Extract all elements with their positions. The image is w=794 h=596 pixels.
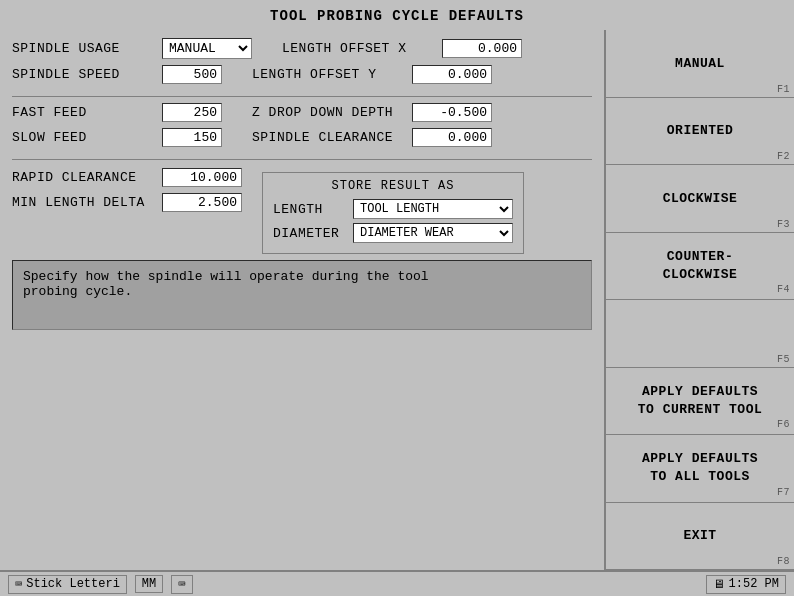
right-panel: MANUAL F1 ORIENTED F2 CLOCKWISE F3 COUNT…	[604, 30, 794, 570]
btn-clockwise[interactable]: CLOCKWISE F3	[606, 165, 794, 233]
length-offset-x-label: LENGTH OFFSET X	[282, 41, 442, 56]
help-area: Specify how the spindle will operate dur…	[12, 260, 592, 330]
rapid-clearance-row: RAPID CLEARANCE	[12, 168, 242, 187]
slow-feed-label: SLOW FEED	[12, 130, 162, 145]
monitor-icon: 🖥	[713, 577, 725, 592]
keyboard-segment-2: ⌨	[171, 575, 192, 594]
btn-clockwise-label: CLOCKWISE	[663, 191, 738, 206]
btn-exit-fn: F8	[777, 556, 790, 567]
spindle-usage-label: SPINDLE USAGE	[12, 41, 162, 56]
btn-clockwise-fn: F3	[777, 219, 790, 230]
fast-feed-label: FAST FEED	[12, 105, 162, 120]
z-drop-down-depth-label: Z DROP DOWN DEPTH	[252, 105, 412, 120]
min-length-delta-row: MIN LENGTH DELTA	[12, 193, 242, 212]
store-result-title: STORE RESULT AS	[273, 179, 513, 193]
btn-oriented[interactable]: ORIENTED F2	[606, 98, 794, 166]
divider-2	[12, 159, 592, 160]
btn-apply-all[interactable]: APPLY DEFAULTSTO ALL TOOLS F7	[606, 435, 794, 503]
status-bar: ⌨ Stick Letteri MM ⌨ 🖥 1:52 PM	[0, 570, 794, 596]
diameter-store-label: DIAMETER	[273, 226, 353, 241]
spindle-speed-row: SPINDLE SPEED LENGTH OFFSET Y	[12, 65, 592, 84]
store-result-box: STORE RESULT AS LENGTH TOOL LENGTH LENGT…	[262, 172, 524, 254]
fast-feed-row: FAST FEED Z DROP DOWN DEPTH	[12, 103, 592, 122]
btn-counter-clockwise[interactable]: COUNTER-CLOCKWISE F4	[606, 233, 794, 301]
diameter-store-row: DIAMETER DIAMETER WEAR DIAMETER	[273, 223, 513, 243]
rapid-clearance-label: RAPID CLEARANCE	[12, 170, 162, 185]
btn-apply-all-fn: F7	[777, 486, 790, 500]
btn-exit[interactable]: EXIT F8	[606, 503, 794, 571]
length-offset-y-input[interactable]	[412, 65, 492, 84]
left-panel: SPINDLE USAGE MANUAL ORIENTED CLOCKWISE …	[0, 30, 604, 570]
btn-apply-current[interactable]: APPLY DEFAULTSTO CURRENT TOOL F6	[606, 368, 794, 436]
z-drop-down-depth-input[interactable]	[412, 103, 492, 122]
help-text: Specify how the spindle will operate dur…	[23, 269, 429, 299]
left-lower-col: RAPID CLEARANCE MIN LENGTH DELTA	[12, 168, 242, 218]
fast-feed-input[interactable]	[162, 103, 222, 122]
unit-segment: MM	[135, 575, 163, 593]
main-container: TOOL PROBING CYCLE DEFAULTS SPINDLE USAG…	[0, 0, 794, 596]
btn-exit-label: EXIT	[683, 528, 716, 543]
keyboard-icon: ⌨	[15, 577, 22, 592]
spindle-clearance-label: SPINDLE CLEARANCE	[252, 130, 412, 145]
unit-value: MM	[142, 577, 156, 591]
btn-oriented-fn: F2	[777, 151, 790, 162]
btn-f5[interactable]: F5	[606, 300, 794, 368]
btn-apply-current-fn: F6	[777, 418, 790, 432]
time-value: 1:52 PM	[729, 577, 779, 591]
btn-apply-all-label: APPLY DEFAULTSTO ALL TOOLS	[642, 450, 758, 486]
divider-1	[12, 96, 592, 97]
spindle-speed-input[interactable]	[162, 65, 222, 84]
btn-manual-fn: F1	[777, 84, 790, 95]
length-offset-y-label: LENGTH OFFSET Y	[252, 67, 412, 82]
btn-manual-label: MANUAL	[675, 56, 725, 71]
btn-manual[interactable]: MANUAL F1	[606, 30, 794, 98]
btn-counter-clockwise-label: COUNTER-CLOCKWISE	[663, 248, 738, 284]
spindle-speed-label: SPINDLE SPEED	[12, 67, 162, 82]
min-length-delta-label: MIN LENGTH DELTA	[12, 195, 162, 210]
btn-oriented-label: ORIENTED	[667, 123, 733, 138]
btn-apply-current-label: APPLY DEFAULTSTO CURRENT TOOL	[638, 383, 763, 419]
btn-f5-fn: F5	[777, 354, 790, 365]
length-offset-x-input[interactable]	[442, 39, 522, 58]
time-segment: 🖥 1:52 PM	[706, 575, 786, 594]
content-area: SPINDLE USAGE MANUAL ORIENTED CLOCKWISE …	[0, 30, 794, 570]
slow-feed-row: SLOW FEED SPINDLE CLEARANCE	[12, 128, 592, 147]
slow-feed-input[interactable]	[162, 128, 222, 147]
rapid-clearance-input[interactable]	[162, 168, 242, 187]
btn-counter-clockwise-fn: F4	[777, 283, 790, 297]
spindle-clearance-input[interactable]	[412, 128, 492, 147]
length-store-select[interactable]: TOOL LENGTH LENGTH WEAR	[353, 199, 513, 219]
diameter-store-select[interactable]: DIAMETER WEAR DIAMETER	[353, 223, 513, 243]
length-store-label: LENGTH	[273, 202, 353, 217]
font-name: Stick Letteri	[26, 577, 120, 591]
spindle-usage-select[interactable]: MANUAL ORIENTED CLOCKWISE COUNTER-CLOCKW…	[162, 38, 252, 59]
font-segment: ⌨ Stick Letteri	[8, 575, 127, 594]
spindle-usage-row: SPINDLE USAGE MANUAL ORIENTED CLOCKWISE …	[12, 38, 592, 59]
page-title: TOOL PROBING CYCLE DEFAULTS	[0, 0, 794, 30]
min-length-delta-input[interactable]	[162, 193, 242, 212]
keyboard-icon-2: ⌨	[178, 577, 185, 592]
length-store-row: LENGTH TOOL LENGTH LENGTH WEAR	[273, 199, 513, 219]
